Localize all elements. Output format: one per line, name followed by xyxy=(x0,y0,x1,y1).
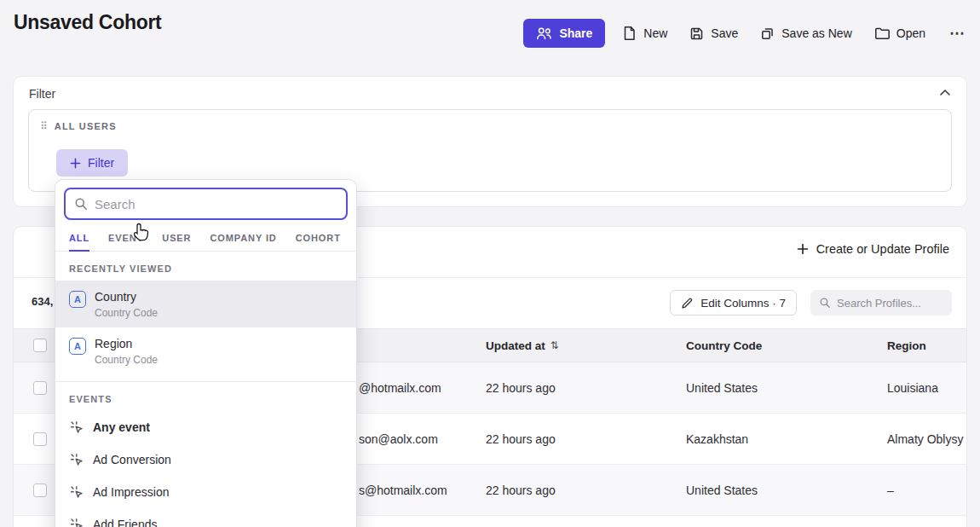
item-sublabel: Country Code xyxy=(95,354,158,366)
select-all-checkbox[interactable] xyxy=(33,339,47,352)
filter-group-header: ⠿ ALL USERS xyxy=(40,121,117,131)
event-click-icon xyxy=(69,420,84,435)
tab-all[interactable]: ALL xyxy=(69,223,89,251)
add-filter-label: Filter xyxy=(88,156,114,170)
item-label: Ad Conversion xyxy=(93,452,171,467)
string-property-icon: A xyxy=(69,338,86,355)
email-cell: son@aolx.com xyxy=(359,414,438,464)
copy-icon xyxy=(760,26,775,41)
item-sublabel: Country Code xyxy=(95,307,158,319)
section-events: EVENTS xyxy=(55,382,356,411)
row-checkbox[interactable] xyxy=(33,432,47,446)
search-icon xyxy=(819,297,831,309)
event-click-icon xyxy=(69,484,84,500)
list-item-any-event[interactable]: Any event xyxy=(55,411,356,443)
open-button[interactable]: Open xyxy=(869,20,931,47)
edit-columns-button[interactable]: Edit Columns · 7 xyxy=(670,290,797,316)
select-all-cell xyxy=(33,329,47,362)
plus-icon xyxy=(70,158,81,169)
share-button[interactable]: Share xyxy=(523,19,605,48)
list-item-ad-conversion[interactable]: Ad Conversion xyxy=(55,443,356,476)
save-label: Save xyxy=(711,26,738,40)
people-icon xyxy=(536,26,552,40)
email-cell: s@hotmailx.com xyxy=(359,465,447,515)
tab-cohort[interactable]: COHORT xyxy=(296,223,341,251)
region-cell: Almaty Oblysy xyxy=(887,414,963,464)
save-icon xyxy=(689,26,704,41)
create-or-update-profile-button[interactable]: Create or Update Profile xyxy=(797,242,949,256)
list-item-ad-impression[interactable]: Ad Impression xyxy=(55,476,356,508)
page: { "header": { "title": "Unsaved Cohort",… xyxy=(0,0,980,527)
country-cell: United States xyxy=(686,362,758,413)
item-label: Ad Impression xyxy=(93,484,169,500)
event-click-icon xyxy=(69,452,84,467)
item-label: Any event xyxy=(93,420,150,435)
pencil-icon xyxy=(681,297,694,310)
row-check-cell xyxy=(33,414,47,464)
save-button[interactable]: Save xyxy=(684,20,743,48)
updated-at-label: Updated at xyxy=(486,339,545,352)
share-label: Share xyxy=(559,26,592,40)
list-item-country[interactable]: A Country Country Code xyxy=(55,281,356,327)
row-check-cell xyxy=(33,362,47,413)
section-recently-viewed: RECENTLY VIEWED xyxy=(55,252,356,281)
profiles-search-input[interactable] xyxy=(837,297,943,310)
add-filter-button[interactable]: Filter xyxy=(56,149,128,177)
dropdown-tabs: ALL EVENT USER COMPANY ID COHORT xyxy=(55,223,356,252)
collapse-filter-button[interactable] xyxy=(936,85,954,100)
create-or-update-profile-label: Create or Update Profile xyxy=(816,242,949,256)
list-item-region[interactable]: A Region Country Code xyxy=(55,327,356,374)
filter-group-label: ALL USERS xyxy=(55,121,117,131)
event-click-icon xyxy=(69,517,84,527)
folder-icon xyxy=(874,26,890,40)
country-code-label: Country Code xyxy=(686,339,762,352)
dropdown-search-input[interactable] xyxy=(95,197,337,211)
chevron-up-icon xyxy=(939,89,951,96)
region-label: Region xyxy=(887,339,926,352)
new-button[interactable]: New xyxy=(617,19,672,48)
profiles-count: 634, xyxy=(32,295,53,308)
tab-company-id[interactable]: COMPANY ID xyxy=(210,223,276,251)
search-icon xyxy=(74,197,88,211)
page-title: Unsaved Cohort xyxy=(14,11,161,34)
column-header-updated-at[interactable]: Updated at ⇅ xyxy=(486,329,559,362)
ellipsis-icon: ⋯ xyxy=(949,24,965,43)
item-label: Add Friends xyxy=(93,517,157,527)
tab-user[interactable]: USER xyxy=(162,223,191,251)
more-actions-button[interactable]: ⋯ xyxy=(943,19,971,48)
row-checkbox[interactable] xyxy=(33,381,47,395)
email-cell: @hotmailx.com xyxy=(359,362,441,413)
save-as-new-button[interactable]: Save as New xyxy=(755,20,856,48)
open-label: Open xyxy=(896,26,925,40)
plus-icon xyxy=(797,243,809,255)
updated-cell: 22 hours ago xyxy=(486,362,556,413)
toolbar: Share New Save Save as New xyxy=(523,19,971,48)
row-check-cell xyxy=(33,465,47,515)
region-cell: – xyxy=(887,465,894,515)
row-checkbox[interactable] xyxy=(33,484,47,497)
sort-icon[interactable]: ⇅ xyxy=(551,339,559,351)
save-as-new-label: Save as New xyxy=(781,26,851,40)
new-document-icon xyxy=(622,26,637,41)
item-label: Country xyxy=(95,289,158,304)
profiles-search xyxy=(810,290,952,316)
list-item-add-friends[interactable]: Add Friends xyxy=(55,508,356,527)
edit-columns-label: Edit Columns · 7 xyxy=(700,297,786,310)
property-dropdown: ALL EVENT USER COMPANY ID COHORT RECENTL… xyxy=(55,179,357,527)
filter-card-title: Filter xyxy=(29,87,55,101)
region-cell: Louisiana xyxy=(887,362,938,413)
country-cell: United States xyxy=(686,465,758,515)
country-cell: Kazakhstan xyxy=(686,414,748,464)
tab-event[interactable]: EVENT xyxy=(108,223,143,251)
updated-cell: 22 hours ago xyxy=(486,414,556,464)
new-label: New xyxy=(643,26,667,40)
updated-cell: 22 hours ago xyxy=(486,465,556,515)
string-property-icon: A xyxy=(69,291,86,308)
column-header-region[interactable]: Region xyxy=(887,329,926,362)
column-header-country-code[interactable]: Country Code xyxy=(686,329,762,362)
dropdown-search xyxy=(64,188,348,220)
drag-handle-icon[interactable]: ⠿ xyxy=(40,121,48,131)
item-label: Region xyxy=(95,336,158,351)
